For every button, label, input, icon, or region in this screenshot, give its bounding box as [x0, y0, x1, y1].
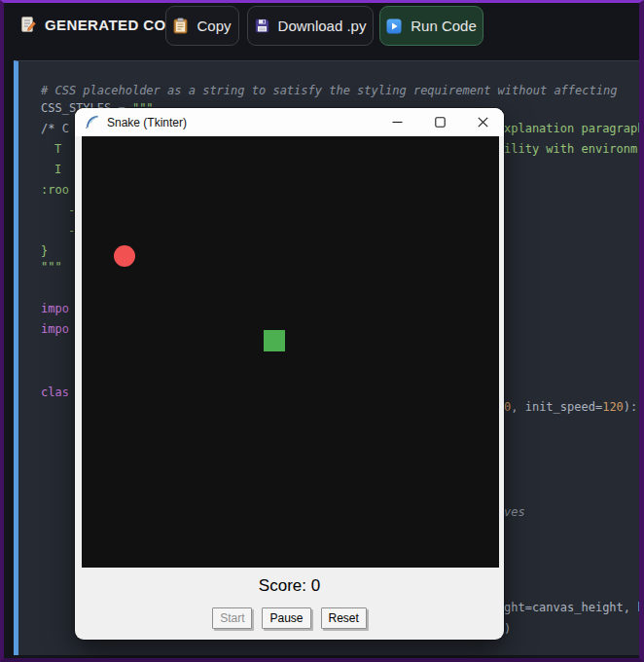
code-line: impo: [41, 322, 69, 337]
copy-button-label: Copy: [197, 18, 231, 34]
play-icon: [386, 18, 402, 34]
minimize-button[interactable]: [376, 108, 418, 136]
caption-buttons: [376, 108, 504, 136]
code-line: ): [504, 622, 511, 637]
food-dot: [114, 245, 135, 267]
code-line: ght=canvas_height, b: [504, 601, 639, 615]
code-line: ves: [504, 505, 525, 520]
code-line: 0, init_speed=120):: [504, 400, 637, 415]
run-code-button-label: Run Code: [411, 18, 477, 34]
maximize-icon: [435, 117, 446, 128]
code-line: /* C: [41, 122, 69, 136]
code-line: # CSS placeholder as a string to satisfy…: [41, 84, 617, 98]
snake-window: Snake (Tkinter): [75, 108, 504, 640]
snake-window-titlebar[interactable]: Snake (Tkinter): [75, 108, 504, 136]
game-canvas[interactable]: [82, 136, 499, 568]
snake-segment: [264, 330, 285, 351]
page-title: GENERATED CODE: [19, 16, 187, 33]
maximize-button[interactable]: [418, 108, 461, 136]
reset-button[interactable]: Reset: [321, 607, 367, 629]
close-icon: [478, 117, 488, 128]
close-button[interactable]: [461, 108, 504, 136]
pause-button[interactable]: Pause: [262, 607, 310, 629]
code-line: T: [54, 142, 61, 157]
code-line: :roo: [41, 183, 69, 198]
tk-feather-icon: [85, 115, 99, 129]
score-label: Score: 0: [75, 576, 504, 596]
code-line: impo: [41, 302, 69, 316]
memo-icon: [19, 16, 37, 33]
clipboard-icon: [173, 18, 188, 34]
floppy-disk-icon: [255, 18, 269, 33]
code-line: """: [41, 260, 62, 275]
start-button[interactable]: Start: [212, 607, 252, 629]
toolbar: GENERATED CODE Copy Download .: [4, 3, 639, 57]
snake-window-title: Snake (Tkinter): [107, 116, 187, 129]
code-line: ility with environm: [504, 142, 637, 157]
code-line: I: [54, 163, 61, 177]
copy-button[interactable]: Copy: [165, 6, 239, 46]
download-py-button-label: Download .py: [278, 18, 367, 34]
game-controls: Start Pause Reset: [75, 607, 504, 629]
code-line: clas: [41, 386, 69, 400]
code-line: xplanation paragraph: [504, 122, 639, 136]
code-line: }: [41, 244, 48, 259]
minimize-icon: [392, 117, 403, 128]
run-code-button[interactable]: Run Code: [379, 6, 483, 46]
app-root: GENERATED CODE Copy Download .: [0, 0, 644, 662]
download-py-button[interactable]: Download .py: [247, 6, 374, 46]
